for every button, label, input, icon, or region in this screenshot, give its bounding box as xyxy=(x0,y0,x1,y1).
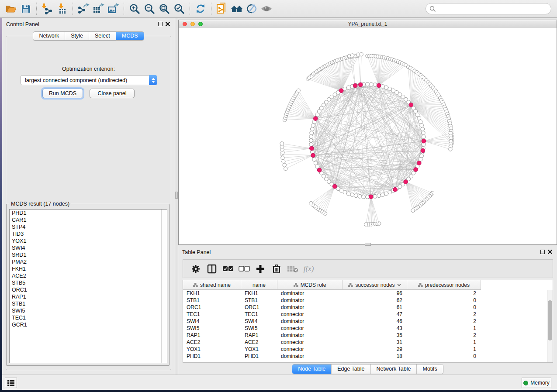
cell-role[interactable]: dominator xyxy=(277,304,343,311)
table-row[interactable]: YOX1YOX1connector291 xyxy=(183,346,553,353)
tab-node-table[interactable]: Node Table xyxy=(292,364,331,374)
table-row[interactable]: RAP1RAP1dominator352 xyxy=(183,332,553,339)
column-header-pred[interactable]: predecessor nodes xyxy=(407,280,481,290)
network-window-titlebar[interactable]: YPA_prune.txt_1 xyxy=(179,20,557,28)
cell-pred[interactable]: 2 xyxy=(407,290,481,297)
tab-edge-table[interactable]: Edge Table xyxy=(331,364,370,374)
cell-pred[interactable]: 2 xyxy=(407,332,481,339)
export-image-icon[interactable] xyxy=(106,2,121,16)
column-header-succ[interactable]: successor nodes xyxy=(343,280,407,290)
search-input[interactable] xyxy=(426,3,551,14)
cell-succ[interactable]: 18 xyxy=(343,353,407,360)
cell-succ[interactable]: 46 xyxy=(343,318,407,325)
cell-pred[interactable]: 2 xyxy=(407,318,481,325)
mcds-result-item[interactable]: RAP1 xyxy=(10,293,167,300)
cell-pred[interactable]: 1 xyxy=(407,346,481,353)
column-header-name[interactable]: name xyxy=(241,280,277,290)
cell-succ[interactable]: 43 xyxy=(343,325,407,332)
cell-role[interactable]: dominator xyxy=(277,353,343,360)
export-table-icon[interactable] xyxy=(91,2,106,16)
column-header-role[interactable]: MCDS role xyxy=(277,280,343,290)
cell-shared[interactable]: ORC1 xyxy=(183,304,241,311)
cell-shared[interactable]: SWI5 xyxy=(183,325,241,332)
show-eye-icon[interactable] xyxy=(259,2,274,16)
network-window[interactable]: YPA_prune.txt_1 xyxy=(178,20,557,245)
zoom-fit-icon[interactable] xyxy=(157,2,172,16)
import-table-icon[interactable] xyxy=(55,2,69,16)
table-row[interactable]: STB1STB1dominator620 xyxy=(183,297,553,304)
cell-role[interactable]: connector xyxy=(277,339,343,346)
delete-column-icon[interactable] xyxy=(268,261,284,276)
table-row[interactable]: TEC1TEC1connector472 xyxy=(183,311,553,318)
close-panel-icon[interactable] xyxy=(165,21,170,27)
tab-mcds[interactable]: MCDS xyxy=(116,32,144,40)
mcds-result-item[interactable]: STP4 xyxy=(10,224,167,230)
dropdown-stepper-icon[interactable] xyxy=(149,75,157,85)
cell-shared[interactable]: STB1 xyxy=(183,297,241,304)
table-row[interactable]: ORC1ORC1dominator610 xyxy=(183,304,553,311)
cell-pred[interactable]: 2 xyxy=(407,311,481,318)
cell-succ[interactable]: 31 xyxy=(343,339,407,346)
cell-shared[interactable]: SWI4 xyxy=(183,318,241,325)
cell-name[interactable]: YOX1 xyxy=(241,346,277,353)
cell-shared[interactable]: TEC1 xyxy=(183,311,241,318)
cell-role[interactable]: dominator xyxy=(277,297,343,304)
mcds-result-item[interactable]: PMA2 xyxy=(10,258,167,265)
cell-succ[interactable]: 47 xyxy=(343,311,407,318)
function-builder-icon[interactable]: f(x) xyxy=(301,261,317,276)
cell-pred[interactable]: 1 xyxy=(407,325,481,332)
delete-table-icon[interactable] xyxy=(284,261,301,276)
refresh-icon[interactable] xyxy=(193,2,208,16)
table-row[interactable]: ACE2ACE2connector311 xyxy=(183,339,553,346)
cell-role[interactable]: dominator xyxy=(277,332,343,339)
table-row[interactable]: SWI5SWI5connector431 xyxy=(183,325,553,332)
cell-succ[interactable]: 62 xyxy=(343,297,407,304)
select-all-icon[interactable] xyxy=(220,261,236,276)
cell-role[interactable]: connector xyxy=(277,346,343,353)
mcds-result-item[interactable]: STB1 xyxy=(10,300,167,307)
mcds-result-list[interactable]: PHD1CAR1STP4TID3YOX1SWI4SRD1PMA2FKH1ACE2… xyxy=(9,209,167,363)
node-table[interactable]: shared namenameMCDS rolesuccessor nodesp… xyxy=(183,280,553,363)
deselect-all-icon[interactable] xyxy=(236,261,252,276)
cell-shared[interactable]: YOX1 xyxy=(183,346,241,353)
cell-role[interactable]: dominator xyxy=(277,290,343,297)
home-icon[interactable] xyxy=(229,2,244,16)
horizontal-splitter-grip[interactable] xyxy=(365,243,371,246)
network-canvas[interactable] xyxy=(179,28,557,244)
table-row[interactable]: FKH1FKH1dominator962 xyxy=(183,290,553,297)
columns-icon[interactable] xyxy=(204,261,220,276)
cell-name[interactable]: SWI4 xyxy=(241,318,277,325)
save-session-icon[interactable] xyxy=(18,2,33,16)
cell-name[interactable]: TEC1 xyxy=(241,311,277,318)
settings-gear-icon[interactable] xyxy=(187,261,204,276)
cell-name[interactable]: FKH1 xyxy=(241,290,277,297)
mcds-result-item[interactable]: PHD1 xyxy=(10,210,167,217)
float-table-panel-icon[interactable] xyxy=(540,250,545,254)
add-column-icon[interactable] xyxy=(252,261,268,276)
mcds-result-item[interactable]: SRD1 xyxy=(10,251,167,258)
cell-role[interactable]: dominator xyxy=(277,318,343,325)
hide-annotations-icon[interactable] xyxy=(244,2,259,16)
cell-pred[interactable]: 0 xyxy=(407,353,481,360)
cell-role[interactable]: connector xyxy=(277,311,343,318)
table-scrollbar[interactable] xyxy=(547,290,553,362)
cell-pred[interactable]: 0 xyxy=(407,297,481,304)
cell-name[interactable]: SWI5 xyxy=(241,325,277,332)
optimization-criterion-select[interactable]: largest connected component (undirected) xyxy=(20,75,157,85)
column-header-shared[interactable]: shared name xyxy=(183,280,241,290)
table-row[interactable]: SWI4SWI4dominator462 xyxy=(183,318,553,325)
zoom-out-icon[interactable] xyxy=(142,2,157,16)
cell-shared[interactable]: ACE2 xyxy=(183,339,241,346)
zoom-selected-icon[interactable] xyxy=(172,2,187,16)
cell-name[interactable]: STB1 xyxy=(241,297,277,304)
mcds-result-item[interactable]: SWI5 xyxy=(10,307,167,314)
cell-name[interactable]: ORC1 xyxy=(241,304,277,311)
zoom-in-icon[interactable] xyxy=(127,2,142,16)
cell-name[interactable]: RAP1 xyxy=(241,332,277,339)
import-network-icon[interactable] xyxy=(40,2,55,16)
cell-role[interactable]: connector xyxy=(277,325,343,332)
vertical-splitter[interactable] xyxy=(175,18,178,375)
float-panel-icon[interactable] xyxy=(158,22,163,26)
close-panel-button[interactable]: Close panel xyxy=(90,89,135,98)
mcds-result-item[interactable]: SWI4 xyxy=(10,244,167,251)
